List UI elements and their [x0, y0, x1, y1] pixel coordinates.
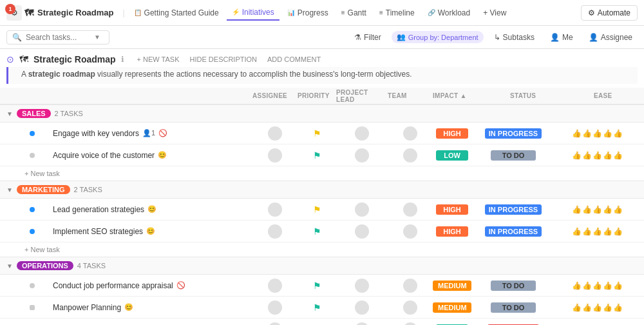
col-ease: EASE	[594, 92, 644, 99]
task-dot-gray	[30, 153, 35, 158]
search-box[interactable]: 🔍 ▼	[6, 30, 109, 44]
search-icon: 🔍	[12, 33, 22, 42]
notification-wrap: 1 ⚙	[6, 5, 22, 21]
workload-icon: 🔗	[428, 9, 435, 16]
search-dropdown-icon[interactable]: ▼	[94, 34, 100, 41]
nav-divider: |	[122, 8, 124, 17]
check-cell	[30, 153, 53, 158]
project-lead-cell	[336, 224, 388, 239]
assignee-avatar	[268, 279, 282, 293]
impact-cell: MEDIUM	[433, 302, 471, 313]
impact-cell: MEDIUM	[433, 281, 471, 291]
tab-progress[interactable]: 📊 Progress	[282, 6, 334, 20]
new-task-button[interactable]: + NEW TASK	[135, 54, 182, 64]
task-name-cell: Conduct job performance appraisal 🚫	[53, 281, 252, 290]
me-icon: 👤	[550, 33, 560, 42]
new-task-button[interactable]: + New task	[24, 170, 60, 177]
new-task-row: + New task	[0, 166, 644, 181]
status-badge: TO DO	[491, 302, 536, 313]
star3: 👍	[592, 151, 602, 160]
status-badge: IN PROGRESS	[485, 226, 542, 237]
star1: 👍	[572, 129, 582, 138]
team-cell	[388, 322, 433, 326]
team-avatar	[403, 202, 417, 217]
start-date-cell: 4/18/23	[639, 152, 644, 159]
priority-flag: ⚑	[313, 226, 321, 237]
search-input[interactable]	[26, 33, 90, 42]
status-badge: IN PROGRESS	[485, 128, 542, 139]
group-header-operations[interactable]: ▼ OPERATIONS 4 TASKS	[0, 257, 644, 275]
project-lead-cell	[336, 126, 388, 141]
priority-flag: ⚑	[313, 281, 321, 291]
assignee-cell	[252, 202, 298, 217]
star1: 👍	[572, 227, 582, 236]
tab-workload[interactable]: 🔗 Workload	[422, 6, 475, 20]
task-row: Acquire voice of the customer 😊 ⚑ LOW TO…	[0, 144, 644, 166]
task-dot-gray	[30, 283, 35, 288]
star4: 👍	[603, 151, 612, 160]
notification-badge: 1	[5, 4, 15, 14]
star1: 👍	[572, 151, 582, 160]
group-by-button[interactable]: 👥 Group by: Department	[392, 31, 484, 43]
project-logo: 🗺	[19, 54, 28, 64]
star3: 👍	[592, 281, 602, 290]
tab-timeline[interactable]: ≡ Timeline	[374, 6, 420, 20]
task-emoji: 😊	[147, 205, 156, 213]
automate-icon: ⚙	[588, 8, 595, 17]
col-team: TEAM	[388, 92, 433, 99]
add-comment-button[interactable]: ADD COMMENT	[265, 54, 323, 64]
status-badge: IN PROGRESS	[485, 204, 542, 215]
timeline-icon: ≡	[379, 9, 383, 16]
automate-button[interactable]: ⚙ Automate	[581, 5, 638, 21]
impact-badge: HIGH	[436, 226, 468, 237]
collapse-icon[interactable]: ⊙	[6, 54, 14, 64]
group-header-sales[interactable]: ▼ SALES 2 TASKS	[0, 104, 644, 123]
project-actions: + NEW TASK HIDE DESCRIPTION ADD COMMENT	[135, 54, 324, 64]
task-row: Manpower Planning 😊 ⚑ MEDIUM TO DO 👍 👍 👍…	[0, 297, 644, 319]
ease-cell: 👍 👍 👍 👍 👍	[555, 227, 639, 236]
start-date-cell: 3/21/23	[639, 228, 644, 235]
task-emoji: 😊	[158, 151, 167, 159]
project-lead-avatar	[355, 148, 369, 162]
team-avatar	[403, 224, 417, 239]
filter-button[interactable]: ⚗ Filter	[349, 31, 386, 44]
impact-badge: MEDIUM	[433, 281, 471, 291]
team-cell	[388, 202, 433, 217]
tab-plus-view[interactable]: + View	[478, 6, 511, 20]
status-badge: TO DO	[491, 281, 536, 291]
check-cell	[30, 305, 53, 310]
team-cell	[388, 279, 433, 293]
new-task-button[interactable]: + New task	[24, 246, 60, 253]
gantt-icon: ≡	[341, 9, 345, 16]
subtasks-button[interactable]: ↳ Subtasks	[489, 31, 540, 44]
ease-cell: 👍 👍 👍 👍 👍	[555, 303, 639, 312]
assignee-cell	[252, 279, 298, 293]
tab-getting-started[interactable]: 📋 Getting Started Guide	[129, 6, 224, 20]
star4: 👍	[603, 227, 612, 236]
star5: 👍	[613, 205, 623, 214]
assignee-button[interactable]: 👤 Assignee	[583, 31, 638, 44]
star1: 👍	[572, 281, 582, 290]
team-avatar	[403, 300, 417, 315]
star3: 👍	[592, 205, 602, 214]
project-info-icon[interactable]: ℹ	[121, 55, 124, 64]
me-button[interactable]: 👤 Me	[545, 31, 578, 44]
team-cell	[388, 148, 433, 162]
marketing-chevron: ▼	[6, 186, 13, 193]
col-project-lead: PROJECT LEAD	[336, 89, 388, 103]
task-row: Conduct job performance appraisal 🚫 ⚑ ME…	[0, 275, 644, 297]
group-header-marketing[interactable]: ▼ MARKETING 2 TASKS	[0, 181, 644, 199]
star2: 👍	[582, 227, 592, 236]
filter-icon: ⚗	[354, 33, 361, 42]
task-row: Perform job analysis 😊 ⚑ LOW CANCELLED 👍…	[0, 319, 644, 325]
hide-description-button[interactable]: HIDE DESCRIPTION	[187, 54, 260, 64]
col-assignee: ASSIGNEE	[252, 92, 298, 99]
priority-cell: ⚑	[298, 150, 336, 161]
tab-gantt[interactable]: ≡ Gantt	[336, 6, 372, 20]
star3: 👍	[592, 303, 602, 312]
tab-initiatives[interactable]: ⚡ Initiatives	[227, 5, 279, 21]
project-lead-cell	[336, 322, 388, 326]
assignee-cell	[252, 148, 298, 162]
impact-badge: HIGH	[436, 128, 468, 139]
star4: 👍	[603, 129, 612, 138]
